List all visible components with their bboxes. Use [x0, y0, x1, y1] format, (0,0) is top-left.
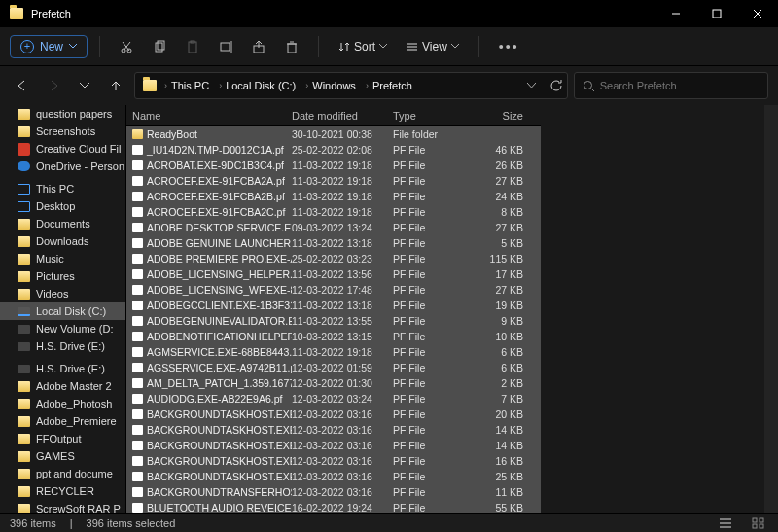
file-row[interactable]: BACKGROUNDTRANSFERHOST.EXE-DB32...12-03-…: [126, 484, 541, 500]
sidebar-item[interactable]: Creative Cloud Fil: [0, 140, 125, 158]
paste-button[interactable]: [178, 33, 207, 60]
recent-button[interactable]: [72, 73, 97, 98]
file-row[interactable]: ADOBEGENUINEVALIDATOR.EXE-2BCAF8...11-03…: [126, 313, 541, 329]
copy-button[interactable]: [145, 33, 174, 60]
minimize-button[interactable]: [655, 0, 696, 27]
svg-point-21: [584, 81, 592, 89]
col-type[interactable]: Type: [393, 110, 473, 122]
sidebar-item[interactable]: Adobe Master 2: [0, 377, 125, 395]
sidebar-item[interactable]: Adobe_Premiere: [0, 412, 125, 430]
cut-button[interactable]: [112, 33, 141, 60]
maximize-button[interactable]: [696, 0, 737, 27]
sidebar-item[interactable]: H.S. Drive (E:): [0, 337, 125, 355]
file-row[interactable]: ADOBE DESKTOP SERVICE.EXE-A2925451.pf09-…: [126, 220, 541, 235]
sidebar-item[interactable]: Downloads: [0, 232, 125, 250]
file-size: 5 KB: [473, 237, 527, 249]
col-size[interactable]: Size: [473, 110, 527, 122]
breadcrumb[interactable]: ›Windows: [301, 80, 360, 91]
file-row[interactable]: AUDIODG.EXE-AB22E9A6.pf12-03-2022 03:24P…: [126, 391, 541, 407]
delete-button[interactable]: [277, 33, 306, 60]
file-row[interactable]: AGMSERVICE.EXE-68BE8443.pf11-03-2022 19:…: [126, 344, 541, 360]
sidebar-item[interactable]: FFOutput: [0, 430, 125, 447]
rename-button[interactable]: [211, 33, 240, 60]
file-icon: [132, 145, 143, 155]
file-row[interactable]: _IU14D2N.TMP-D0012C1A.pf25-02-2022 02:08…: [126, 142, 541, 158]
details-view-button[interactable]: [716, 515, 735, 531]
file-row[interactable]: ADOBEGCCLIENT.EXE-1B3F3169.pf11-03-2022 …: [126, 298, 541, 313]
file-row[interactable]: BACKGROUNDTASKHOST.EXE-6D58042C.pf12-03-…: [126, 407, 541, 422]
sidebar-item[interactable]: ppt and docume: [0, 465, 125, 482]
search-input[interactable]: [600, 80, 760, 91]
file-row[interactable]: ReadyBoot30-10-2021 00:38File folder: [126, 126, 541, 142]
sidebar-item-label: ppt and docume: [36, 468, 113, 479]
sidebar-item[interactable]: question papers: [0, 105, 125, 123]
sidebar-item[interactable]: RECYCLER: [0, 482, 125, 500]
file-row[interactable]: BACKGROUNDTASKHOST.EXE-63F11000.pf12-03-…: [126, 453, 541, 469]
col-date[interactable]: Date modified: [292, 110, 393, 122]
refresh-button[interactable]: [549, 79, 563, 92]
file-row[interactable]: BACKGROUNDTASKHOST.EXE-8CBD7053...12-03-…: [126, 422, 541, 438]
file-row[interactable]: AGSSERVICE.EXE-A9742B11.pf12-03-2022 01:…: [126, 360, 541, 375]
file-name: BACKGROUNDTASKHOST.EXE-8CBD7053...: [147, 424, 292, 436]
sidebar-item[interactable]: Local Disk (C:): [0, 302, 125, 320]
back-button[interactable]: [10, 73, 35, 98]
sidebar-item[interactable]: ScrewSoft RAR P: [0, 500, 125, 513]
close-button[interactable]: [737, 0, 778, 27]
scrollbar[interactable]: [764, 105, 778, 513]
file-type: PF File: [393, 502, 473, 513]
forward-button[interactable]: [41, 73, 66, 98]
file-row[interactable]: BACKGROUNDTASKHOST.EXE-9F2EE4C2.pf12-03-…: [126, 438, 541, 453]
file-row[interactable]: ACROCEF.EXE-91FCBA2C.pf11-03-2022 19:18P…: [126, 204, 541, 220]
svg-line-6: [124, 42, 130, 51]
breadcrumb[interactable]: ›Local Disk (C:): [215, 80, 300, 91]
file-row[interactable]: AM_DELTA_PATCH_1.359.1677.0.E-3139A...12…: [126, 375, 541, 391]
svg-line-7: [123, 42, 129, 51]
folder-icon: [18, 451, 30, 462]
file-icon: [132, 456, 143, 466]
file-row[interactable]: ADOBE GENUINE LAUNCHER.EXE-88D95...11-03…: [126, 235, 541, 251]
sidebar-item[interactable]: Videos: [0, 285, 125, 302]
sort-button[interactable]: Sort: [331, 40, 395, 53]
more-button[interactable]: •••: [491, 39, 527, 54]
sidebar-item[interactable]: Documents: [0, 215, 125, 232]
plus-icon: +: [20, 40, 34, 53]
sidebar-item[interactable]: This PC: [0, 175, 125, 197]
file-row[interactable]: ADOBE_LICENSING_WF.EXE-85291397.pf12-03-…: [126, 282, 541, 298]
breadcrumb[interactable]: ›This PC: [160, 80, 213, 91]
col-name[interactable]: Name: [126, 110, 292, 122]
chevron-down-icon[interactable]: [527, 83, 536, 89]
file-row[interactable]: ACROBAT.EXE-9DC1B3C4.pf11-03-2022 19:18P…: [126, 158, 541, 173]
file-date: 12-03-2022 03:16: [292, 440, 393, 451]
file-type: PF File: [393, 144, 473, 156]
sidebar-item[interactable]: New Volume (D:: [0, 320, 125, 337]
sidebar-item-label: H.S. Drive (E:): [36, 363, 105, 374]
sidebar-item[interactable]: Adobe_Photosh: [0, 395, 125, 412]
file-date: 25-02-2022 02:08: [292, 144, 393, 156]
view-button[interactable]: View: [399, 40, 467, 53]
new-button[interactable]: + New: [10, 35, 88, 58]
file-name: ADOBE PREMIERE PRO.EXE-A70C060E.pf: [147, 253, 292, 265]
file-row[interactable]: BACKGROUNDTASKHOST.EXE-B16326C0.pf12-03-…: [126, 469, 541, 484]
up-button[interactable]: [103, 73, 128, 98]
search-box[interactable]: [574, 72, 768, 99]
file-icon: [132, 285, 143, 295]
breadcrumb[interactable]: ›Prefetch: [362, 80, 416, 91]
file-row[interactable]: ACROCEF.EXE-91FCBA2A.pf11-03-2022 19:18P…: [126, 173, 541, 189]
sidebar-item[interactable]: Desktop: [0, 197, 125, 215]
address-bar[interactable]: ›This PC ›Local Disk (C:) ›Windows ›Pref…: [134, 72, 568, 99]
file-row[interactable]: ADOBENOTIFICATIONHELPER.EXE-25CC...10-03…: [126, 329, 541, 344]
sidebar-item[interactable]: OneDrive - Person: [0, 158, 125, 175]
file-row[interactable]: ADOBE_LICENSING_HELPER.EXE-A7EF98...11-0…: [126, 266, 541, 282]
file-size: 14 KB: [473, 424, 527, 436]
sidebar-item[interactable]: GAMES: [0, 447, 125, 465]
sidebar-item[interactable]: Screenshots: [0, 123, 125, 140]
file-size: 10 KB: [473, 331, 527, 342]
sidebar-item[interactable]: H.S. Drive (E:): [0, 355, 125, 377]
file-row[interactable]: BLUETOOTH AUDIO REVEICER.EXE-547EC...16-…: [126, 500, 541, 513]
file-row[interactable]: ACROCEF.EXE-91FCBA2B.pf11-03-2022 19:18P…: [126, 189, 541, 204]
file-row[interactable]: ADOBE PREMIERE PRO.EXE-A70C060E.pf25-02-…: [126, 251, 541, 266]
thumb-view-button[interactable]: [749, 515, 768, 531]
sidebar-item[interactable]: Pictures: [0, 267, 125, 285]
sidebar-item[interactable]: Music: [0, 250, 125, 267]
share-button[interactable]: [244, 33, 273, 60]
